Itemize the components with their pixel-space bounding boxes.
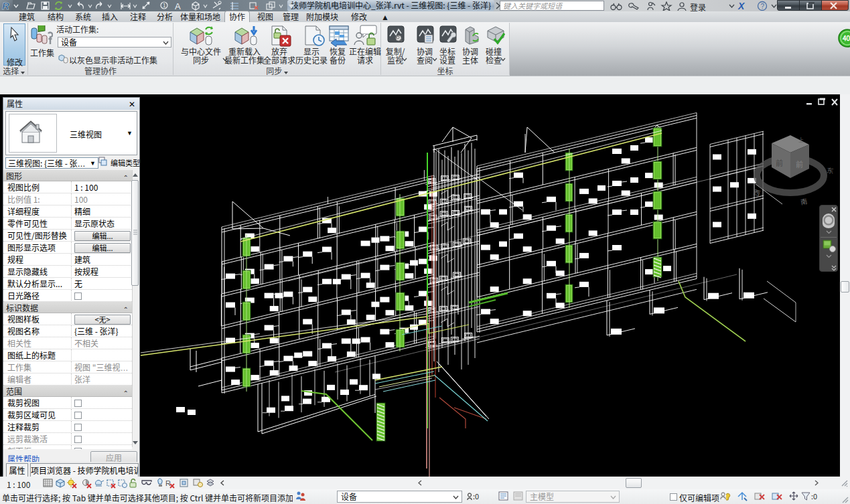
svg-text:前: 前 <box>776 157 783 168</box>
svg-text:东: 东 <box>827 165 835 175</box>
svg-text:40: 40 <box>842 33 850 43</box>
svg-text:A: A <box>175 1 181 11</box>
svg-text::0: :0 <box>473 491 479 501</box>
svg-text:?: ? <box>761 1 765 11</box>
svg-text:1: 1 <box>163 1 165 9</box>
svg-text:南: 南 <box>800 195 808 207</box>
svg-text:R: R <box>2 0 9 11</box>
svg-text:X: X <box>737 1 746 11</box>
svg-text:前: 前 <box>796 159 803 169</box>
svg-text:上: 上 <box>798 136 804 143</box>
svg-text:R: R <box>165 478 171 488</box>
svg-text::0: :0 <box>811 491 817 501</box>
